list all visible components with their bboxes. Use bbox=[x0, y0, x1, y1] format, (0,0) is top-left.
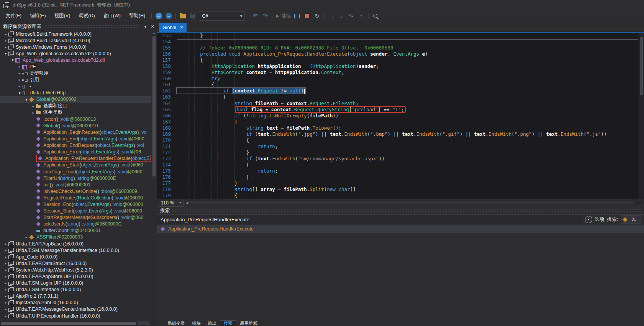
tree-item[interactable]: ▸Ufida.T.EAP.DataStruct (16.0.0.0) bbox=[0, 260, 151, 267]
tree-vertical-scrollbar[interactable]: ▲ bbox=[151, 31, 157, 321]
code-line[interactable]: 158 HttpApplication httpApplication = (H… bbox=[157, 63, 644, 69]
code-line[interactable]: 177 } bbox=[157, 180, 644, 186]
step-into-button[interactable]: ↓ bbox=[336, 11, 346, 21]
expand-icon[interactable]: ▸ bbox=[3, 281, 8, 285]
expand-icon[interactable]: ▸ bbox=[3, 268, 8, 272]
expand-icon[interactable]: ▸ bbox=[3, 262, 8, 265]
chevron-down-icon[interactable]: ▼ bbox=[177, 199, 184, 207]
expand-icon[interactable]: ▸ bbox=[3, 301, 8, 305]
expand-icon[interactable]: ▸ bbox=[17, 78, 22, 82]
code-line[interactable]: 154 bbox=[157, 39, 644, 45]
code-line[interactable]: 156 protected void Application_PreReques… bbox=[157, 51, 644, 57]
expand-icon[interactable]: ▸ bbox=[3, 45, 8, 49]
tree-item[interactable]: IsNeedCheckUserOnline() : bool @06000009 bbox=[0, 188, 151, 194]
tree-item[interactable]: ▸类型引用 bbox=[0, 70, 151, 77]
save-all-button[interactable] bbox=[188, 11, 198, 21]
tool-tab[interactable]: 输出 bbox=[204, 321, 220, 326]
code-line[interactable]: 167 { bbox=[157, 119, 644, 125]
tree-item[interactable]: ▸Ufida.T.SM.Interface (16.0.0.0) bbox=[0, 286, 151, 293]
tool-tab[interactable]: 模块 bbox=[188, 321, 204, 326]
scrollbar-thumb[interactable] bbox=[1, 322, 136, 325]
expand-icon[interactable]: ▸ bbox=[3, 288, 8, 291]
tree-item[interactable]: ▸Ufida.T.UIP.ExceptionHandler (16.0.0.0) bbox=[0, 313, 151, 319]
tree-item[interactable]: Session_Start(object, EventArgs) : void … bbox=[0, 208, 151, 214]
expand-icon[interactable]: ▸ bbox=[17, 71, 22, 75]
chevron-down-icon[interactable]: ▼ bbox=[143, 25, 148, 29]
code-line[interactable]: 163 { bbox=[157, 94, 644, 100]
tree-item[interactable]: ▸XSSFilter @02000003 bbox=[0, 234, 151, 240]
open-file-button[interactable] bbox=[178, 11, 188, 21]
scrollbar-thumb[interactable] bbox=[152, 36, 156, 176]
navigate-back-button[interactable]: ← bbox=[154, 11, 164, 21]
tree-item[interactable]: Application_BeginRequest(object, EventAr… bbox=[0, 129, 151, 135]
navigate-forward-button[interactable]: → bbox=[164, 11, 174, 21]
stop-debugging-button[interactable] bbox=[302, 11, 312, 21]
restart-button[interactable]: ↻ bbox=[312, 11, 322, 21]
tree-item[interactable]: ▾App_Web_global.asax.cs.cdcab7d2.dll bbox=[0, 57, 151, 63]
tree-item[interactable]: Init() : void @06000001 bbox=[0, 181, 151, 188]
code-line[interactable]: 165 bool flag = context.Request.QueryStr… bbox=[157, 107, 644, 113]
tree-item[interactable]: ▸Microsoft.Build.Framework (4.0.0.0) bbox=[0, 31, 151, 37]
language-combobox[interactable]: C# ▼ bbox=[199, 12, 245, 21]
tree-item[interactable]: Application_Error(object, EventArgs) : v… bbox=[0, 149, 151, 155]
tree-item[interactable]: ▸引用 bbox=[0, 77, 151, 83]
tool-tab[interactable]: 调用堆栈 bbox=[236, 321, 261, 326]
expand-icon[interactable]: ▸ bbox=[3, 242, 8, 246]
continue-button[interactable]: ▶ 继续 bbox=[274, 13, 292, 19]
tree-item[interactable]: ▸派生类型 bbox=[0, 109, 151, 116]
options-chevron-icon[interactable]: ▼ bbox=[585, 216, 592, 223]
expand-icon[interactable]: ▸ bbox=[17, 65, 22, 69]
scroll-up-icon[interactable]: ▲ bbox=[151, 31, 157, 35]
options-label[interactable]: 选项 bbox=[595, 216, 605, 223]
tree-horizontal-scrollbar[interactable] bbox=[0, 321, 157, 326]
code-line[interactable]: 168 string text = filePath.ToLower(); bbox=[157, 125, 644, 131]
tree-item[interactable]: currPage_Load(object, EventArgs) : void … bbox=[0, 168, 151, 175]
code-line[interactable]: 155 // Token: 0x06000008 RID: 8 RVA: 0x0… bbox=[157, 45, 644, 51]
expand-icon[interactable]: ▸ bbox=[3, 249, 8, 252]
redo-button[interactable]: ↷ bbox=[260, 11, 270, 21]
code-line[interactable]: 178 string[] array = filePath.Split(new … bbox=[157, 186, 644, 193]
tree-item[interactable]: RegisterRoutes(RouteCollection) : void @… bbox=[0, 194, 151, 201]
tree-item[interactable]: ▸基类和接口 bbox=[0, 103, 151, 109]
close-icon[interactable]: ✕ bbox=[150, 24, 156, 29]
chevron-down-icon[interactable]: ▼ bbox=[238, 12, 244, 20]
search-result-row[interactable]: Application_PreRequestHandlerExecute bbox=[157, 225, 644, 233]
tool-tab[interactable]: 局部变量 bbox=[164, 321, 188, 326]
code-line[interactable]: 176 } bbox=[157, 174, 644, 180]
tree-item[interactable]: Session_End(object, EventArgs) : void @0… bbox=[0, 201, 151, 207]
code-line[interactable]: 173 if (text.EndsWith("sm/runmanage/sync… bbox=[157, 156, 644, 162]
expand-icon[interactable]: ▸ bbox=[3, 294, 8, 298]
editor-vertical-scrollbar[interactable] bbox=[639, 33, 644, 199]
tree-item[interactable]: Application_End(object, EventArgs) : voi… bbox=[0, 136, 151, 142]
scrollbar-thumb[interactable] bbox=[190, 201, 634, 204]
expand-icon[interactable]: ▸ bbox=[31, 111, 36, 115]
step-over-button[interactable]: ↷ bbox=[346, 11, 356, 21]
editor-horizontal-scrollbar[interactable] bbox=[190, 201, 643, 205]
code-line[interactable]: 153 } bbox=[157, 33, 644, 39]
expand-icon[interactable]: ▸ bbox=[31, 104, 36, 108]
menu-item[interactable]: 窗口(W) bbox=[99, 11, 125, 21]
code-line[interactable]: 164 string filePath = context.Request.Fi… bbox=[157, 100, 644, 107]
scroll-left-icon[interactable]: ◀ bbox=[186, 201, 188, 205]
expand-icon[interactable]: ▸ bbox=[3, 255, 8, 259]
tree-item[interactable]: ▸PE bbox=[0, 63, 151, 70]
tree-item[interactable]: tickUserJs(string) : string @0600000C bbox=[0, 221, 151, 227]
tree-item[interactable]: ▸Ufida.T.SM.Login.UIP (16.0.0.0) bbox=[0, 280, 151, 286]
search-input[interactable]: Application_PreRequestHandlerExecute bbox=[157, 215, 582, 224]
code-line[interactable]: 170 { bbox=[157, 137, 644, 143]
code-line[interactable]: 157 { bbox=[157, 57, 644, 63]
tree-item[interactable]: ▸AjaxPro.2 (7.7.31.1) bbox=[0, 293, 151, 300]
menu-item[interactable]: 编辑(E) bbox=[26, 11, 50, 21]
collapse-icon[interactable]: ▾ bbox=[24, 97, 29, 102]
tree-item[interactable]: StartRegisterMessageSubscribers() : void… bbox=[0, 214, 151, 221]
code-line[interactable]: 162 if (context.Request != null) bbox=[157, 88, 644, 94]
code-line[interactable]: 179 { bbox=[157, 193, 644, 199]
tree-item[interactable]: Application_EndRequest(object, EventArgs… bbox=[0, 142, 151, 149]
tree-item[interactable]: ▸Microsoft.Build.Tasks.v4.0 (4.0.0.0) bbox=[0, 37, 151, 44]
code-line[interactable]: 159 HttpContext context = httpApplicatio… bbox=[157, 69, 644, 76]
close-icon[interactable]: ✕ bbox=[180, 25, 183, 30]
show-next-statement-button[interactable]: → bbox=[326, 11, 336, 21]
tab-global[interactable]: Global ✕ bbox=[159, 23, 187, 32]
collapse-icon[interactable]: ▾ bbox=[3, 51, 8, 56]
code-editor[interactable]: 153 }154155 // Token: 0x06000008 RID: 8 … bbox=[157, 33, 644, 199]
